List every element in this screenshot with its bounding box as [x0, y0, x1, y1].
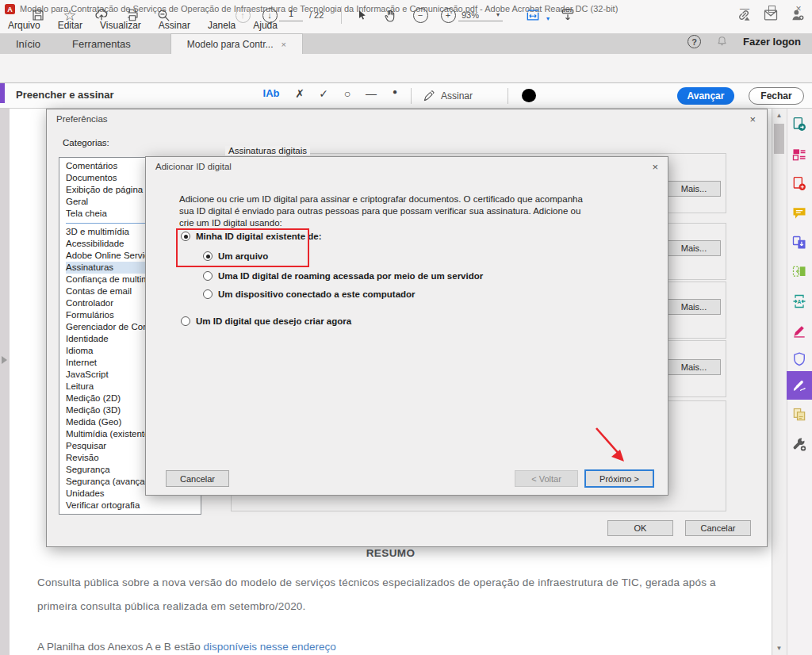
cross-tool[interactable]: ✗ [290, 87, 309, 100]
document-paragraph: Consulta pública sobre a nova versão do … [37, 571, 756, 619]
menu-janela[interactable]: Janela [208, 20, 236, 31]
svg-text:A: A [798, 299, 802, 305]
app-window: A Modelo para Contratação de Serviços de… [0, 0, 812, 655]
reading-mode-icon[interactable] [560, 7, 576, 23]
export-pdf-icon[interactable] [791, 116, 808, 133]
zoom-out-icon[interactable]: − [412, 7, 428, 23]
share-cloud-icon[interactable] [94, 7, 109, 23]
more-tools-icon[interactable] [791, 435, 808, 453]
circle-tool[interactable]: ○ [338, 87, 357, 100]
document-link[interactable]: disponíveis nesse endereço [203, 641, 335, 653]
fit-caret-icon[interactable]: ▾ [540, 10, 556, 26]
category-item[interactable]: Verificar ortografia [66, 500, 201, 511]
section-title: Assinaturas digitais [225, 146, 310, 155]
hand-tool-icon[interactable] [382, 7, 398, 23]
help-icon[interactable]: ? [688, 35, 701, 48]
add-id-close-icon[interactable]: × [652, 161, 658, 173]
radio-option-device[interactable]: Um dispositivo conectado a este computad… [203, 289, 416, 299]
color-swatch-black[interactable] [522, 89, 536, 102]
chevron-down-icon: ▾ [496, 11, 500, 18]
preferences-cancel-button[interactable]: Cancelar [685, 520, 751, 536]
notifications-bell-icon[interactable] [715, 35, 729, 48]
nav-pane-gutter [0, 109, 10, 655]
tab-close-icon[interactable]: × [282, 40, 286, 49]
check-tool[interactable]: ✓ [314, 87, 333, 100]
mais-button[interactable]: Mais... [667, 240, 721, 256]
radio-option-create-new[interactable]: Um ID digital que desejo criar agora [181, 316, 351, 326]
tab-inicio[interactable]: Início [0, 33, 56, 54]
tab-document[interactable]: Modelo para Contr... × [170, 33, 303, 54]
comment-icon[interactable] [791, 205, 808, 222]
add-person-icon[interactable] [790, 7, 806, 23]
svg-text:A: A [7, 6, 13, 13]
share-link-icon[interactable] [736, 7, 752, 23]
pen-icon [422, 89, 436, 103]
purple-accent-strip [0, 83, 5, 103]
page-count-label: / 22 [309, 10, 324, 20]
menu-bar: Arquivo Editar Visualizar Assinar Janela… [0, 17, 812, 33]
avancar-button[interactable]: Avançar [677, 87, 734, 105]
email-icon[interactable] [763, 7, 779, 23]
red-highlight-box [176, 228, 309, 267]
assinar-button[interactable]: Assinar [422, 89, 473, 103]
document-heading: RESUMO [10, 547, 772, 559]
zoom-level-select[interactable]: 93%▾ [458, 9, 503, 21]
fill-sign-title: Preencher e assinar [16, 89, 114, 101]
preferences-close-icon[interactable]: × [749, 113, 756, 125]
scroll-down-icon[interactable]: ▼ [772, 642, 787, 655]
combine-files-icon[interactable] [791, 234, 808, 251]
fit-width-icon[interactable] [525, 7, 541, 23]
vertical-scrollbar[interactable] [772, 109, 787, 655]
previous-page-icon: ↑ [235, 7, 251, 23]
mais-button[interactable]: Mais... [667, 181, 721, 197]
add-id-intro: Adicione ou crie um ID digital para assi… [179, 193, 585, 229]
tab-ferramentas[interactable]: Ferramentas [56, 33, 147, 54]
red-arrow-annotation [585, 423, 633, 469]
next-page-icon[interactable]: ↓ [262, 7, 278, 23]
organize-pages-icon[interactable] [791, 263, 808, 281]
voltar-button: < Voltar [515, 470, 578, 487]
radio-icon[interactable] [181, 316, 190, 326]
page-number-input[interactable]: 1 [279, 9, 303, 21]
expand-panel-icon[interactable] [2, 356, 7, 364]
line-tool[interactable]: — [362, 87, 381, 100]
radio-icon[interactable] [203, 289, 213, 299]
scrollbar-thumb[interactable] [774, 124, 784, 154]
search-icon[interactable] [155, 7, 171, 23]
protect-shield-icon[interactable] [791, 350, 808, 368]
categories-label: Categorias: [63, 138, 109, 147]
main-toolbar [0, 54, 812, 83]
mais-button[interactable]: Mais... [667, 359, 721, 375]
radio-icon[interactable] [203, 271, 213, 281]
certificates-icon[interactable] [791, 377, 808, 394]
compress-pdf-icon[interactable]: A [791, 293, 808, 310]
proximo-button[interactable]: Próximo > [584, 469, 654, 488]
acrobat-logo-icon: A [5, 4, 15, 14]
print-icon[interactable] [124, 7, 140, 23]
edit-pdf-icon[interactable] [791, 146, 808, 163]
create-pdf-icon[interactable] [791, 175, 808, 193]
mais-button[interactable]: Mais... [667, 299, 721, 315]
login-button[interactable]: Fazer logon [743, 36, 801, 48]
ok-button[interactable]: OK [607, 520, 673, 536]
request-signatures-icon[interactable] [791, 406, 808, 423]
add-text-tool[interactable]: IAb [262, 87, 281, 99]
star-icon[interactable]: ☆ [62, 7, 78, 23]
save-icon[interactable] [30, 7, 46, 23]
zoom-in-icon[interactable]: + [440, 7, 456, 23]
document-footer: A Planilha dos Anexos A e B estão dispon… [37, 641, 756, 653]
add-id-title: Adicionar ID digital [155, 162, 232, 171]
scroll-up-icon[interactable]: ▲ [772, 109, 787, 122]
title-bar: A Modelo para Contratação de Serviços de… [0, 0, 812, 17]
radio-option-roaming[interactable]: Uma ID digital de roaming acessada por m… [203, 271, 483, 281]
preferences-title: Preferências [56, 114, 108, 124]
dot-tool[interactable]: ● [385, 87, 404, 96]
select-tool-icon[interactable] [354, 7, 370, 23]
add-id-cancel-button[interactable]: Cancelar [166, 470, 229, 487]
highlight-pen-icon[interactable] [791, 322, 808, 339]
fechar-button[interactable]: Fechar [749, 87, 804, 105]
